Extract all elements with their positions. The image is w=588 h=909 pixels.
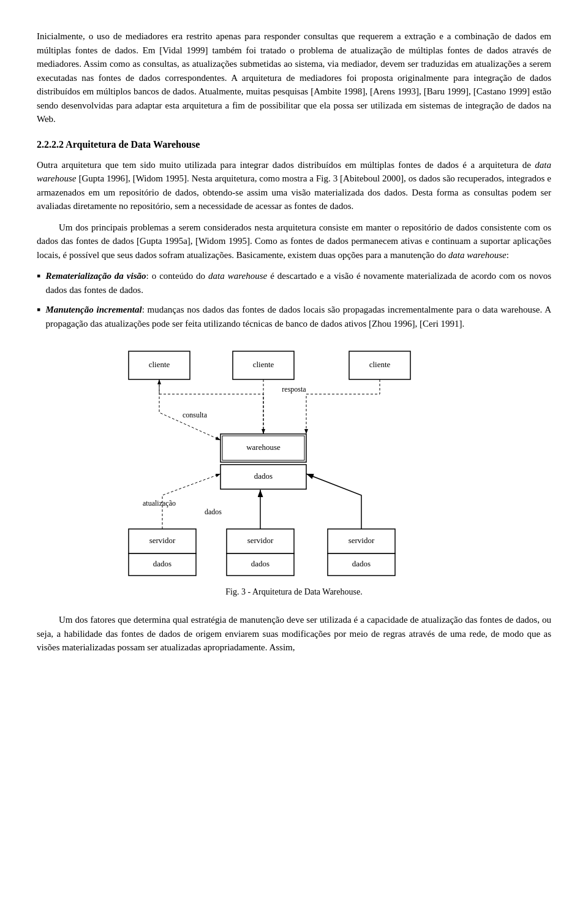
servidor3-bot-label: dados xyxy=(352,559,371,568)
bullet-text-2: Manutenção incremental: mudanças nos dad… xyxy=(45,303,551,330)
dados-wh-label: dados xyxy=(254,471,273,481)
atualizacao-label: atualização xyxy=(143,499,176,508)
paragraph-3: Um dos principais problemas a serem cons… xyxy=(37,221,551,262)
bullet-item-1: ▪ Rematerialização da visão: o conteúdo … xyxy=(37,269,551,297)
cliente3-label: cliente xyxy=(369,360,391,369)
bullet-text-1: Rematerialização da visão: o conteúdo do… xyxy=(45,269,551,297)
resposta-arrow xyxy=(159,379,263,434)
cliente3-to-warehouse-arrow xyxy=(306,379,380,434)
servidor2-top-label: servidor xyxy=(247,536,274,545)
dados-arrow-label: dados xyxy=(205,508,222,516)
bullet-item-2: ▪ Manutenção incremental: mudanças nos d… xyxy=(37,303,551,330)
bullet-marker-1: ▪ xyxy=(37,268,40,284)
servidor2-bot-label: dados xyxy=(251,559,270,568)
diagram-container: cliente cliente cliente warehouse dados … xyxy=(37,345,551,598)
servidor1-bot-label: dados xyxy=(153,559,172,568)
diagram-caption: Fig. 3 - Arquitetura de Data Warehouse. xyxy=(225,585,362,598)
consulta-arrow xyxy=(159,379,221,440)
resposta-label: resposta xyxy=(282,385,306,394)
consulta-label: consulta xyxy=(183,411,208,419)
paragraph-1: Inicialmente, o uso de mediadores era re… xyxy=(37,29,551,126)
cliente2-label: cliente xyxy=(253,360,274,369)
servidor3-top-label: servidor xyxy=(349,536,375,545)
paragraph-final: Um dos fatores que determina qual estrat… xyxy=(37,613,551,655)
cliente1-label: cliente xyxy=(149,360,170,369)
bullet-marker-2: ▪ xyxy=(37,302,40,318)
servidor1-top-label: servidor xyxy=(149,536,176,545)
paragraph-2: Outra arquitetura que tem sido muito uti… xyxy=(37,158,551,213)
architecture-diagram: cliente cliente cliente warehouse dados … xyxy=(104,345,484,578)
warehouse-label: warehouse xyxy=(246,443,281,452)
section-heading: 2.2.2.2 Arquitetura de Data Warehouse xyxy=(37,137,551,152)
servidor3-to-warehouse-arrow xyxy=(306,474,361,529)
